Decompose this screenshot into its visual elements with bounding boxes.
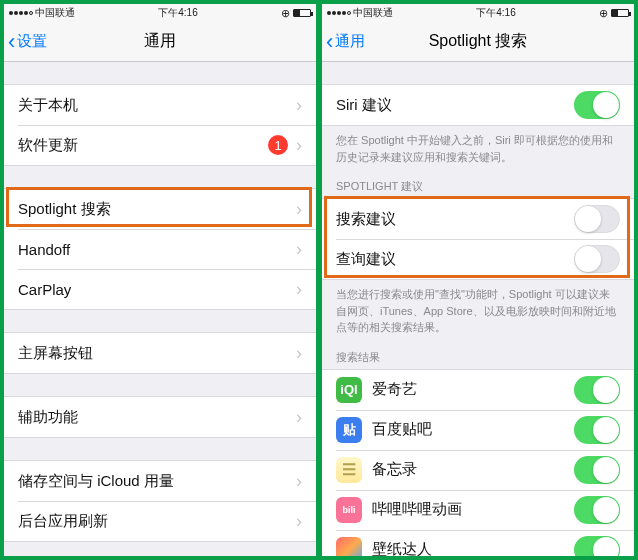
toggle-lookup-sugg[interactable]: [574, 245, 620, 273]
back-button[interactable]: ‹ 设置: [4, 31, 47, 53]
battery-plus-icon: ⊕: [599, 7, 608, 20]
toggle-search-sugg[interactable]: [574, 205, 620, 233]
toggle-app[interactable]: [574, 496, 620, 524]
row-app-iqiyi[interactable]: iQI 爱奇艺: [322, 370, 634, 410]
sugg-note: 当您进行搜索或使用"查找"功能时，Spotlight 可以建议来自网页、iTun…: [322, 280, 634, 336]
row-lookup-suggestions[interactable]: 查询建议: [322, 239, 634, 279]
section-spotlight-suggestions: SPOTLIGHT 建议: [322, 165, 634, 198]
row-storage[interactable]: 储存空间与 iCloud 用量 ›: [4, 461, 316, 501]
toggle-app[interactable]: [574, 416, 620, 444]
app-icon-notes: ☰: [336, 457, 362, 483]
right-screen: 中国联通 下午4:16 ⊕ ‹ 通用 Spotlight 搜索 Siri 建议 …: [322, 4, 634, 556]
row-search-suggestions[interactable]: 搜索建议: [322, 199, 634, 239]
chevron-right-icon: ›: [296, 95, 302, 116]
back-label: 设置: [17, 32, 47, 51]
toggle-app[interactable]: [574, 536, 620, 557]
chevron-right-icon: ›: [296, 135, 302, 156]
row-software-update[interactable]: 软件更新 1 ›: [4, 125, 316, 165]
chevron-right-icon: ›: [296, 471, 302, 492]
nav-bar: ‹ 设置 通用: [4, 22, 316, 62]
row-app-bilibili[interactable]: bili 哔哩哔哩动画: [322, 490, 634, 530]
section-search-results: 搜索结果: [322, 336, 634, 369]
chevron-right-icon: ›: [296, 407, 302, 428]
update-badge: 1: [268, 135, 288, 155]
siri-note: 您在 Spotlight 中开始键入之前，Siri 即可根据您的使用和历史记录来…: [322, 126, 634, 165]
row-app-tieba[interactable]: 贴 百度贴吧: [322, 410, 634, 450]
row-home-button[interactable]: 主屏幕按钮 ›: [4, 333, 316, 373]
chevron-right-icon: ›: [296, 343, 302, 364]
status-bar: 中国联通 下午4:16 ⊕: [322, 4, 634, 22]
toggle-app[interactable]: [574, 376, 620, 404]
status-time: 下午4:16: [158, 6, 197, 20]
nav-bar: ‹ 通用 Spotlight 搜索: [322, 22, 634, 62]
back-label: 通用: [335, 32, 365, 51]
battery-icon: [611, 9, 629, 17]
row-app-bizhi[interactable]: 壁纸达人: [322, 530, 634, 557]
app-icon-bizhi: [336, 537, 362, 557]
chevron-left-icon: ‹: [8, 31, 15, 53]
status-time: 下午4:16: [476, 6, 515, 20]
carrier: 中国联通: [353, 6, 393, 20]
chevron-right-icon: ›: [296, 199, 302, 220]
app-icon-iqiyi: iQI: [336, 377, 362, 403]
chevron-left-icon: ‹: [326, 31, 333, 53]
status-bar: 中国联通 下午4:16 ⊕: [4, 4, 316, 22]
app-icon-tieba: 贴: [336, 417, 362, 443]
app-icon-bilibili: bili: [336, 497, 362, 523]
row-accessibility[interactable]: 辅助功能 ›: [4, 397, 316, 437]
row-spotlight[interactable]: Spotlight 搜索 ›: [4, 189, 316, 229]
nav-title: Spotlight 搜索: [322, 31, 634, 52]
row-app-notes[interactable]: ☰ 备忘录: [322, 450, 634, 490]
row-bg-refresh[interactable]: 后台应用刷新 ›: [4, 501, 316, 541]
toggle-app[interactable]: [574, 456, 620, 484]
nav-title: 通用: [4, 31, 316, 52]
back-button[interactable]: ‹ 通用: [322, 31, 365, 53]
row-about[interactable]: 关于本机 ›: [4, 85, 316, 125]
row-siri-suggestions[interactable]: Siri 建议: [322, 85, 634, 125]
battery-plus-icon: ⊕: [281, 7, 290, 20]
chevron-right-icon: ›: [296, 279, 302, 300]
toggle-siri[interactable]: [574, 91, 620, 119]
battery-icon: [293, 9, 311, 17]
chevron-right-icon: ›: [296, 239, 302, 260]
left-screen: 中国联通 下午4:16 ⊕ ‹ 设置 通用 关于本机 › 软件更新 1 ›: [4, 4, 316, 556]
chevron-right-icon: ›: [296, 511, 302, 532]
row-handoff[interactable]: Handoff ›: [4, 229, 316, 269]
carrier: 中国联通: [35, 6, 75, 20]
row-carplay[interactable]: CarPlay ›: [4, 269, 316, 309]
